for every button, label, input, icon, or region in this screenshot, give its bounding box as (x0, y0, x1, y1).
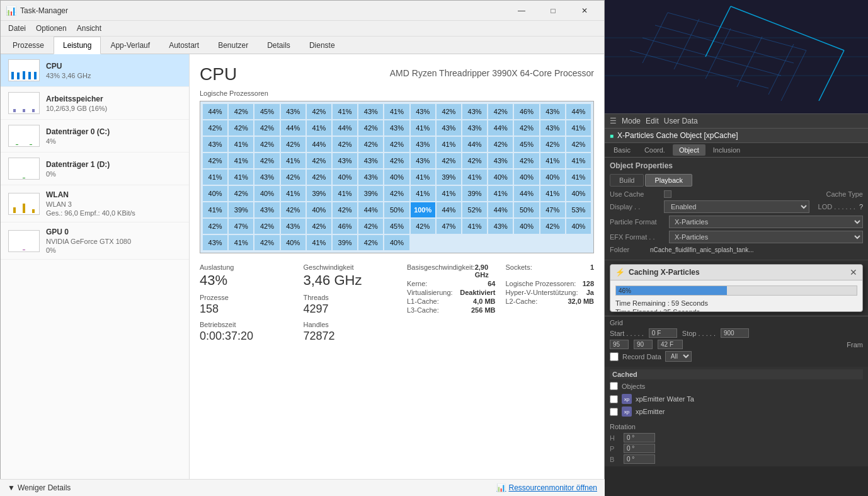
subtab-build[interactable]: Build (610, 174, 644, 187)
cache-progress-text: 46% (619, 286, 631, 296)
folder-label: Folder (610, 246, 648, 253)
cpu-cell: 41% (281, 153, 306, 168)
stop-input[interactable] (721, 328, 749, 338)
menu-optionen[interactable]: Optionen (31, 22, 72, 35)
cpu-cell: 43% (333, 153, 357, 168)
cpu-cell (437, 235, 461, 250)
record-data-dropdown[interactable]: All (665, 351, 692, 362)
sidebar-item-cpu[interactable]: CPU 43% 3,46 GHz (1, 54, 189, 87)
b-input[interactable] (624, 454, 655, 464)
tab-benutzer[interactable]: Benutzer (208, 37, 258, 54)
sidebar-item-gpu[interactable]: GPU 0 NVIDIA GeForce GTX 1080 0% (1, 222, 189, 260)
menu-ansicht[interactable]: Ansicht (72, 22, 106, 35)
auslastung-label: Auslastung (200, 263, 294, 271)
cache-popup-icon: ⚡ (615, 268, 625, 277)
cpu-cell: 41% (462, 170, 487, 185)
l1-label: L1-Cache: (407, 297, 439, 305)
cpu-cell: 43% (358, 153, 383, 168)
cpu-cell: 42% (307, 170, 331, 185)
tab-inclusion[interactable]: Inclusion (707, 144, 746, 156)
cpu-cell: 44% (488, 202, 513, 217)
menu-bar: Datei Optionen Ansicht (1, 21, 604, 37)
wlan-sub: WLAN 3 (46, 200, 181, 208)
hyper-label: Hyper-V-Unterstützung: (506, 289, 578, 296)
tab-object[interactable]: Object (673, 144, 705, 156)
stat-row-logische: Logische Prozessoren: 128 (506, 280, 595, 287)
cpu-cell: 40% (307, 202, 331, 217)
hamburger-icon[interactable]: ☰ (610, 117, 617, 125)
cached-item-0-checkbox[interactable] (610, 395, 618, 403)
cpu-cell: 40% (384, 235, 409, 250)
particle-format-dropdown[interactable]: X-Particles (669, 216, 863, 228)
cpu-cell (488, 235, 513, 250)
tab-prozesse[interactable]: Prozesse (3, 37, 54, 54)
xpemitter-icon-1: xp (622, 407, 632, 417)
timeline-values-row: Fram (610, 340, 863, 349)
cached-item-1-checkbox[interactable] (610, 408, 618, 416)
maximize-button[interactable]: □ (539, 1, 568, 21)
close-button[interactable]: ✕ (570, 1, 599, 21)
minimize-button[interactable]: — (507, 1, 536, 21)
menu-datei[interactable]: Datei (3, 22, 31, 35)
edit-label[interactable]: Edit (646, 117, 659, 125)
cpu-cell: 43% (488, 153, 513, 168)
efx-format-dropdown[interactable]: X-Particles (669, 231, 863, 243)
tab-autostart[interactable]: Autostart (159, 37, 208, 54)
tab-app-verlauf[interactable]: App-Verlauf (101, 37, 159, 54)
start-input[interactable] (649, 328, 677, 338)
mode-label[interactable]: Mode (622, 117, 641, 125)
h-input[interactable] (624, 433, 655, 442)
cpu-cell (411, 235, 435, 250)
tab-basic[interactable]: Basic (607, 144, 637, 156)
efx-format-row: EFX Format . . X-Particles (610, 231, 863, 243)
cached-item-0-name: xpEmitter Water Ta (636, 395, 694, 403)
cpu-cell: 41% (229, 235, 253, 250)
timeline-val2[interactable] (634, 340, 653, 349)
objects-checkbox[interactable] (610, 382, 618, 390)
display-dropdown[interactable]: Enabled (664, 200, 809, 213)
tab-coord[interactable]: Coord. (638, 144, 671, 156)
record-data-checkbox[interactable] (610, 352, 619, 361)
user-data-label[interactable]: User Data (664, 117, 698, 125)
cpu-cell: 40% (333, 170, 357, 185)
cpu-cell: 42% (203, 120, 227, 136)
object-properties-section: Object Properties Build Playback Use Cac… (605, 158, 868, 260)
cpu-cell: 41% (281, 186, 306, 201)
cpu-cell: 43% (462, 120, 487, 136)
cpu-cell: 42% (514, 120, 539, 136)
cpu-cell: 43% (281, 219, 306, 234)
p-input[interactable] (624, 444, 655, 453)
cpu-cell: 41% (333, 104, 357, 119)
stat-row-l2: L2-Cache: 32,0 MB (506, 297, 595, 305)
rotation-label: Rotation (610, 423, 863, 430)
cpu-mini-graph (9, 60, 39, 81)
tab-leistung[interactable]: Leistung (54, 37, 101, 54)
resource-monitor-link[interactable]: 📊 Ressourcenmonitor öffnen (496, 483, 597, 492)
mem-mini-graph (9, 93, 39, 113)
sidebar-item-disk0[interactable]: Datenträger 0 (C:) 4% (1, 120, 189, 153)
tab-dienste[interactable]: Dienste (300, 37, 345, 54)
logische-value: 128 (583, 280, 594, 287)
sidebar-item-wlan[interactable]: WLAN WLAN 3 Ges.: 96,0 Empf.: 40,0 KBit/… (1, 185, 189, 222)
sidebar-item-disk1[interactable]: Datenträger 1 (D:) 0% (1, 153, 189, 185)
cpu-cell: 44% (307, 137, 331, 152)
tab-details[interactable]: Details (258, 37, 300, 54)
cache-popup-close-button[interactable]: ✕ (850, 267, 857, 277)
timeline-val3[interactable] (658, 340, 683, 349)
geschwindigkeit-value: 3,46 GHz (304, 272, 397, 289)
cpu-cell: 43% (254, 202, 279, 217)
cpu-cell: 40% (488, 170, 513, 185)
cpu-cell: 42% (540, 137, 565, 152)
rotation-inputs: H P B (610, 433, 863, 464)
cpu-cell: 41% (411, 170, 435, 185)
disk1-mini-graph (9, 158, 39, 179)
cpu-header: CPU AMD Ryzen Threadripper 3990X 64-Core… (200, 64, 594, 84)
task-manager-window: 📊 Task-Manager — □ ✕ Datei Optionen Ansi… (0, 0, 605, 496)
sidebar-item-arbeitsspeicher[interactable]: Arbeitsspeicher 10,2/63,9 GB (16%) (1, 87, 189, 120)
mini-bar (11, 72, 14, 79)
folder-value: nCache_fluidilfin_anic_splash_tank... (650, 246, 863, 253)
subtab-playback[interactable]: Playback (645, 174, 692, 187)
cpu-cell: 43% (462, 104, 487, 119)
use-cache-checkbox[interactable] (664, 190, 671, 198)
timeline-val1[interactable] (610, 340, 629, 349)
